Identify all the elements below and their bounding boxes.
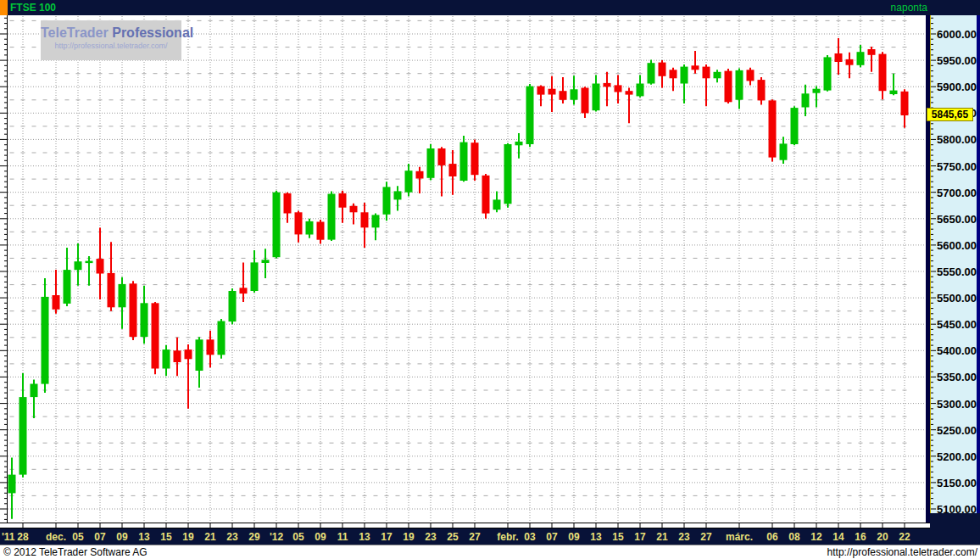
y-axis-label: 5150.00 [937, 477, 977, 489]
candle-2012-02-29[interactable] [725, 69, 732, 103]
watermark-title-accent: Professional [112, 25, 193, 40]
candle-2012-03-13[interactable] [824, 55, 832, 92]
watermark: TeleTrader Professional http://professio… [41, 20, 181, 60]
interval-label[interactable]: naponta [891, 2, 927, 14]
chart-title-bar: FTSE 100 naponta [0, 0, 980, 15]
x-axis-label: 27 [694, 531, 718, 543]
candle-2012-01-03[interactable] [273, 191, 281, 259]
x-axis-label: 11 [331, 531, 354, 543]
x-axis-label: 17 [628, 531, 652, 543]
status-bar: © 2012 TeleTrader Software AG http://pro… [0, 545, 980, 559]
x-axis-label: 06 [760, 531, 784, 543]
chart-plot-area[interactable] [0, 0, 980, 559]
candle-2011-12-23[interactable] [229, 288, 237, 324]
y-axis-label: 5650.00 [937, 213, 977, 226]
x-axis-label: 15 [606, 531, 630, 543]
y-axis-label: 5500.00 [937, 292, 977, 305]
candle-2012-03-08[interactable] [791, 106, 799, 145]
copyright-text: © 2012 TeleTrader Software AG [3, 546, 148, 558]
x-axis-label: 12 [805, 531, 828, 543]
x-axis-label: 20 [871, 531, 894, 543]
axis-corner-block [930, 513, 980, 529]
x-axis-label: 17 [375, 531, 398, 543]
y-axis-label: 5750.00 [937, 160, 977, 173]
candle-2012-02-10[interactable] [582, 87, 589, 118]
x-axis-label: 13 [132, 531, 156, 543]
y-axis-label: 5950.00 [937, 54, 977, 67]
symbol-label: FTSE 100 [10, 2, 56, 14]
x-axis-label: 25 [441, 531, 465, 543]
candle-2011-12-12[interactable] [130, 281, 137, 340]
last-price-tag: 5845,65 [927, 108, 973, 121]
x-axis-label: 19 [176, 531, 200, 543]
x-axis-label: 21 [650, 531, 674, 543]
candle-2012-02-20[interactable] [648, 60, 655, 85]
candle-2012-01-23[interactable] [427, 144, 435, 180]
window-accent-square [0, 0, 8, 15]
y-axis-label: 5800.00 [937, 133, 977, 146]
x-axis-label: 03 [518, 531, 542, 543]
x-axis-label: 07 [540, 531, 564, 543]
x-axis-label: 21 [198, 531, 222, 543]
candle-2012-03-06[interactable] [769, 99, 777, 161]
x-axis-bar: '1128dec.050709131519212329'120509111317… [0, 528, 980, 545]
watermark-url: http://professional.teletrader.com/ [41, 42, 181, 50]
x-axis-label: 27 [463, 531, 487, 543]
y-axis-label: 5350.00 [937, 371, 977, 383]
x-axis-label: 23 [672, 531, 696, 543]
x-axis-label: 23 [419, 531, 443, 543]
x-axis-label: 13 [584, 531, 608, 543]
teletrader-window: FTSE 100 naponta TeleTrader Professional… [0, 0, 980, 559]
candle-2011-12-22[interactable] [218, 319, 226, 359]
x-axis-label: 14 [827, 531, 850, 543]
candle-2012-02-01[interactable] [504, 143, 512, 208]
y-axis-label: 5700.00 [937, 187, 977, 199]
candle-2011-12-14[interactable] [152, 302, 159, 374]
footer-url-text[interactable]: http://professional.teletrader.com/ [827, 546, 977, 558]
y-axis-label: 6000.00 [937, 28, 977, 41]
y-axis-label: 5400.00 [937, 344, 977, 357]
x-axis-label: 19 [397, 531, 420, 543]
x-axis-label: 08 [782, 531, 806, 543]
x-axis-label: 28 [11, 531, 35, 543]
y-axis-label: 5300.00 [937, 398, 977, 411]
x-axis-label: 09 [309, 531, 332, 543]
y-axis-label: 5450.00 [937, 318, 977, 331]
candle-2012-01-30[interactable] [482, 174, 490, 219]
y-axis-label: 5200.00 [937, 450, 977, 463]
x-axis-label: 23 [220, 531, 244, 543]
x-axis-label: 05 [66, 531, 90, 543]
x-axis-label: 09 [562, 531, 586, 543]
candle-2012-01-10[interactable] [328, 191, 336, 241]
watermark-title-main: TeleTrader [41, 25, 109, 40]
y-axis-label: 5600.00 [937, 239, 977, 252]
x-axis-label: 15 [154, 531, 178, 543]
y-axis-label: 5900.00 [937, 81, 977, 93]
x-axis-label: 05 [287, 531, 310, 543]
candle-2012-01-26[interactable] [460, 136, 468, 182]
x-axis-label: 09 [110, 531, 134, 543]
x-axis-label: 07 [88, 531, 112, 543]
x-axis-label: 13 [353, 531, 376, 543]
y-axis-label: 5250.00 [937, 424, 977, 437]
x-axis-label: 22 [893, 531, 916, 543]
x-axis-label: 16 [849, 531, 872, 543]
y-axis-label: 5550.00 [937, 266, 977, 278]
candle-2012-02-03[interactable] [526, 84, 534, 147]
candle-2012-01-27[interactable] [471, 139, 479, 181]
x-axis-label: márc. [724, 531, 754, 543]
watermark-title: TeleTrader Professional [41, 25, 181, 41]
